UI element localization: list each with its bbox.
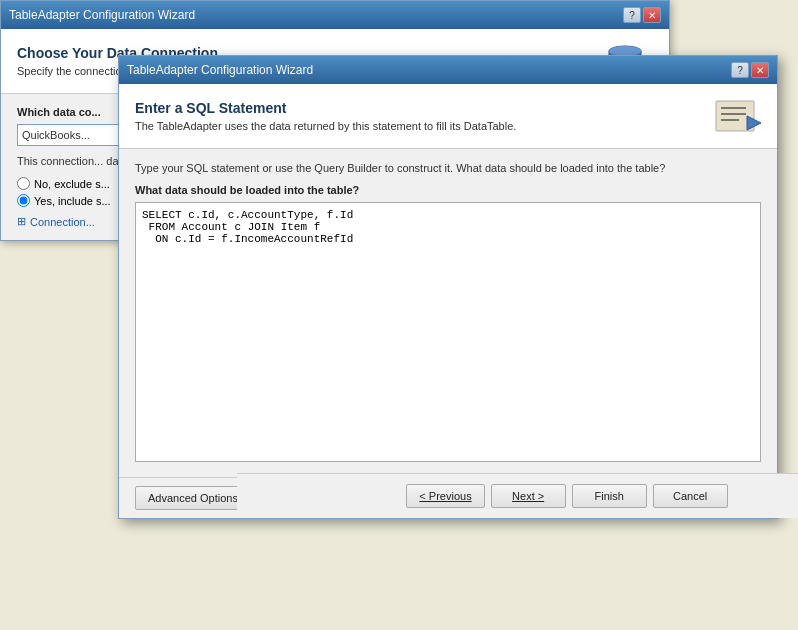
cancel-button[interactable]: Cancel <box>653 484 728 508</box>
fg-header-title: Enter a SQL Statement <box>135 100 516 116</box>
bg-titlebar-buttons: ? ✕ <box>623 7 661 23</box>
bg-dialog-title: TableAdapter Configuration Wizard <box>9 8 195 22</box>
instruction-text: Type your SQL statement or use the Query… <box>135 161 761 176</box>
bg-help-button[interactable]: ? <box>623 7 641 23</box>
fg-header-subtitle: The TableAdapter uses the data returned … <box>135 120 516 132</box>
fg-dialog-title: TableAdapter Configuration Wizard <box>127 63 313 77</box>
next-label: Next > <box>512 490 544 502</box>
wizard-footer: < Previous Next > Finish Cancel <box>237 473 798 518</box>
foreground-dialog: TableAdapter Configuration Wizard ? ✕ En… <box>118 55 778 519</box>
bg-dialog-titlebar: TableAdapter Configuration Wizard ? ✕ <box>1 1 669 29</box>
fg-help-button[interactable]: ? <box>731 62 749 78</box>
previous-label: < Previous <box>419 490 471 502</box>
connection-value: QuickBooks... <box>22 129 90 141</box>
radio-no-label: No, exclude s... <box>34 178 110 190</box>
sql-textarea-wrapper <box>135 202 761 465</box>
radio-yes-input[interactable] <box>17 194 30 207</box>
fg-titlebar-buttons: ? ✕ <box>731 62 769 78</box>
sql-icon <box>711 96 761 136</box>
sql-input[interactable] <box>135 202 761 462</box>
fg-close-button[interactable]: ✕ <box>751 62 769 78</box>
bg-close-button[interactable]: ✕ <box>643 7 661 23</box>
radio-no-input[interactable] <box>17 177 30 190</box>
connection-expand-label: Connection... <box>30 216 95 228</box>
radio-yes-label: Yes, include s... <box>34 195 111 207</box>
fg-header-text: Enter a SQL Statement The TableAdapter u… <box>135 100 516 132</box>
previous-button[interactable]: < Previous <box>406 484 484 508</box>
fg-dialog-body: Type your SQL statement or use the Query… <box>119 149 777 477</box>
fg-dialog-header: Enter a SQL Statement The TableAdapter u… <box>119 84 777 149</box>
next-button[interactable]: Next > <box>491 484 566 508</box>
question-label: What data should be loaded into the tabl… <box>135 184 761 196</box>
finish-button[interactable]: Finish <box>572 484 647 508</box>
plus-icon: ⊞ <box>17 215 26 228</box>
fg-dialog-titlebar: TableAdapter Configuration Wizard ? ✕ <box>119 56 777 84</box>
